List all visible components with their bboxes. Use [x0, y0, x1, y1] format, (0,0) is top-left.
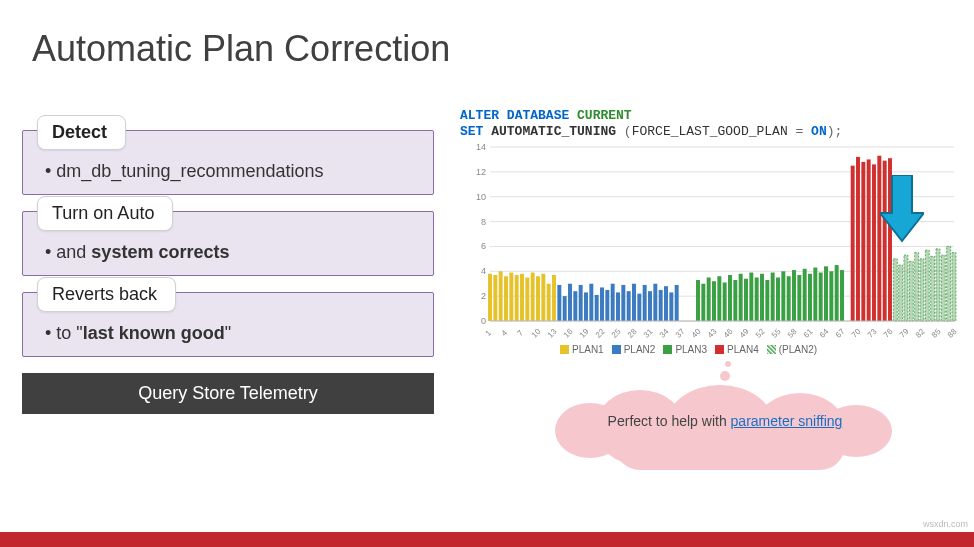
left-column: Detect dm_db_tuning_recommendations Turn…	[22, 130, 434, 414]
svg-text:1: 1	[483, 328, 493, 338]
svg-rect-52	[696, 279, 700, 320]
svg-text:28: 28	[626, 326, 639, 339]
card-body-reverts-bold: last known good	[83, 323, 225, 343]
svg-rect-34	[584, 292, 588, 321]
svg-rect-31	[568, 283, 572, 320]
svg-rect-70	[792, 270, 796, 321]
slide: Automatic Plan Correction Detect dm_db_t…	[0, 0, 974, 547]
svg-rect-71	[797, 275, 801, 321]
sql-code-block: ALTER DATABASE CURRENT SET AUTOMATIC_TUN…	[460, 108, 960, 141]
svg-rect-96	[936, 248, 940, 320]
svg-text:4: 4	[499, 328, 509, 338]
svg-rect-18	[499, 271, 503, 321]
card-detect: Detect dm_db_tuning_recommendations	[22, 130, 434, 195]
svg-text:2: 2	[481, 291, 486, 301]
svg-rect-81	[856, 156, 860, 320]
svg-rect-40	[616, 292, 620, 321]
svg-rect-41	[621, 284, 625, 320]
svg-text:8: 8	[481, 216, 486, 226]
card-auto: Turn on Auto and system corrects	[22, 211, 434, 276]
svg-rect-95	[931, 256, 935, 321]
svg-rect-45	[643, 284, 647, 320]
code-force-last: FORCE_LAST_GOOD_PLAN	[632, 124, 788, 139]
svg-text:16: 16	[562, 326, 575, 339]
parameter-sniffing-link[interactable]: parameter sniffing	[731, 413, 843, 429]
svg-rect-51	[675, 284, 679, 320]
legend-item: PLAN2	[612, 344, 656, 355]
svg-rect-57	[723, 282, 727, 321]
legend-item: PLAN4	[715, 344, 759, 355]
svg-rect-44	[637, 293, 641, 320]
svg-rect-78	[835, 265, 839, 321]
svg-rect-69	[787, 276, 791, 321]
card-header-reverts: Reverts back	[37, 277, 176, 312]
svg-rect-58	[728, 275, 732, 321]
bottom-red-bar	[0, 532, 974, 547]
svg-text:61: 61	[802, 326, 815, 339]
svg-rect-84	[872, 164, 876, 321]
svg-rect-47	[653, 283, 657, 320]
svg-rect-46	[648, 291, 652, 321]
svg-rect-39	[611, 283, 615, 320]
svg-rect-16	[488, 273, 492, 320]
card-body-reverts-suffix: "	[225, 323, 231, 343]
svg-rect-77	[829, 271, 833, 321]
svg-rect-23	[525, 277, 529, 321]
svg-rect-93	[920, 258, 924, 320]
card-body-auto-prefix: and	[45, 242, 91, 262]
svg-rect-60	[739, 273, 743, 320]
svg-text:14: 14	[476, 142, 486, 152]
svg-rect-83	[867, 159, 871, 321]
svg-rect-88	[893, 258, 897, 320]
query-store-telemetry-bar: Query Store Telemetry	[22, 373, 434, 414]
kw-alter: ALTER	[460, 108, 499, 123]
svg-text:6: 6	[481, 241, 486, 251]
svg-rect-36	[595, 294, 599, 320]
svg-rect-17	[493, 275, 497, 321]
svg-text:37: 37	[674, 326, 687, 339]
svg-text:10: 10	[476, 191, 486, 201]
svg-text:52: 52	[754, 326, 767, 339]
svg-text:43: 43	[706, 326, 719, 339]
svg-rect-90	[904, 255, 908, 321]
svg-rect-61	[744, 278, 748, 320]
svg-rect-20	[509, 272, 513, 320]
svg-marker-131	[880, 175, 924, 241]
svg-rect-82	[861, 161, 865, 320]
svg-rect-72	[803, 268, 807, 320]
svg-rect-26	[541, 273, 545, 320]
svg-rect-27	[547, 283, 551, 320]
svg-text:64: 64	[818, 326, 831, 339]
svg-rect-19	[504, 276, 508, 321]
svg-text:46: 46	[722, 326, 735, 339]
card-header-detect: Detect	[37, 115, 126, 150]
legend-item: PLAN1	[560, 344, 604, 355]
svg-rect-65	[765, 279, 769, 320]
legend-item: PLAN3	[663, 344, 707, 355]
svg-rect-80	[851, 165, 855, 320]
cloud-text: Perfect to help with parameter sniffing	[555, 413, 895, 429]
svg-text:22: 22	[594, 326, 607, 339]
card-body-auto-bold: system corrects	[91, 242, 229, 262]
eq: =	[788, 124, 811, 139]
svg-rect-48	[659, 289, 663, 320]
svg-rect-38	[605, 289, 609, 320]
svg-rect-24	[531, 272, 535, 320]
svg-rect-42	[627, 291, 631, 321]
svg-rect-97	[941, 255, 945, 321]
code-auto-tuning: AUTOMATIC_TUNING	[491, 124, 616, 139]
svg-rect-43	[632, 283, 636, 320]
svg-rect-50	[669, 292, 673, 321]
paren-open: (	[624, 124, 632, 139]
svg-text:34: 34	[658, 326, 671, 339]
page-title: Automatic Plan Correction	[32, 28, 450, 70]
card-header-auto: Turn on Auto	[37, 196, 173, 231]
card-body-reverts-prefix: to "	[45, 323, 83, 343]
callout-cloud: Perfect to help with parameter sniffing	[555, 385, 895, 470]
svg-rect-21	[515, 275, 519, 321]
svg-rect-55	[712, 281, 716, 321]
card-reverts: Reverts back to "last known good"	[22, 292, 434, 357]
svg-text:10: 10	[530, 326, 543, 339]
svg-text:79: 79	[898, 326, 911, 339]
svg-rect-92	[915, 252, 919, 320]
